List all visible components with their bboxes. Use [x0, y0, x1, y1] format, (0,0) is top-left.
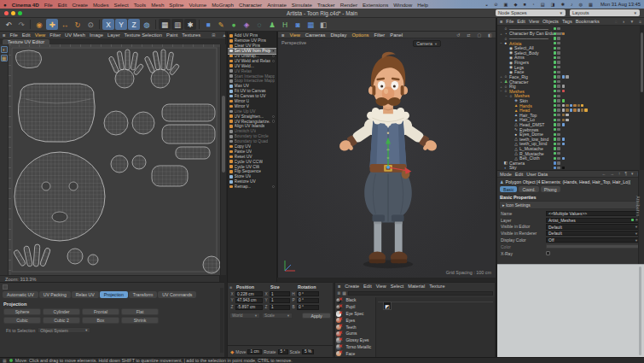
- menubar-status-icon[interactable]: ⊘: [494, 2, 497, 7]
- camera-dropdown[interactable]: Camera▼: [413, 40, 441, 47]
- om-menu-item[interactable]: Tags: [562, 19, 572, 24]
- last-tool-icon[interactable]: ⊙: [84, 19, 96, 30]
- attribute-dropdown[interactable]: Off▼: [546, 237, 641, 243]
- redo-icon[interactable]: ↷: [15, 19, 27, 30]
- tag-icon[interactable]: [562, 104, 565, 107]
- layer-color-chip[interactable]: [554, 71, 556, 73]
- viewport-corner-icon[interactable]: ↺: [456, 32, 460, 38]
- material-menu-item[interactable]: Select: [391, 284, 404, 289]
- viewport-menu-item[interactable]: Cameras: [305, 32, 326, 38]
- layer-color-chip[interactable]: [554, 138, 556, 140]
- axis-z-lock-icon[interactable]: Z: [128, 19, 140, 30]
- scale-tool-icon[interactable]: ↔: [59, 19, 71, 30]
- layer-color-chip[interactable]: [554, 32, 556, 35]
- options-dot-icon[interactable]: [272, 60, 275, 62]
- menubar-status-icon[interactable]: ◨: [551, 2, 555, 7]
- node-material-icon[interactable]: ◩: [383, 302, 392, 310]
- menubar-item[interactable]: Window: [393, 2, 412, 8]
- visibility-dot[interactable]: [557, 147, 560, 149]
- menubar-status-icon[interactable]: ◆: [513, 2, 517, 7]
- position-field[interactable]: 47.943 cm: [235, 298, 263, 303]
- mograph-icon[interactable]: ▦: [305, 19, 316, 30]
- subdivision-surface-icon[interactable]: ●: [228, 19, 240, 30]
- visibility-dot[interactable]: [557, 108, 560, 111]
- tag-icon[interactable]: [562, 32, 565, 35]
- am-corner-icon[interactable]: →: [610, 172, 614, 176]
- tag-icon[interactable]: [581, 104, 583, 107]
- layer-color-chip[interactable]: [554, 27, 556, 30]
- projection-button[interactable]: Shrink: [121, 317, 159, 324]
- tag-icon[interactable]: [562, 108, 565, 111]
- projection-button[interactable]: Sphere: [3, 308, 41, 315]
- layer-color-chip[interactable]: [554, 75, 556, 78]
- render-settings-icon[interactable]: ✱: [184, 19, 196, 30]
- tag-icon[interactable]: [562, 138, 565, 140]
- visibility-dot[interactable]: [557, 71, 560, 73]
- layer-color-chip[interactable]: [554, 128, 556, 131]
- tag-icon[interactable]: [581, 108, 583, 111]
- menubar-item[interactable]: Select: [114, 2, 129, 8]
- layer-color-chip[interactable]: [554, 167, 556, 169]
- volume-icon[interactable]: H: [279, 19, 291, 30]
- coordinate-system-icon[interactable]: ◍: [141, 19, 153, 30]
- visibility-dot[interactable]: [557, 161, 560, 164]
- icon-settings-group[interactable]: ▸ Icon Settings: [499, 201, 642, 209]
- tag-icon[interactable]: [562, 114, 565, 116]
- tag-icon[interactable]: [562, 85, 565, 87]
- uv-menu-item[interactable]: UV Mesh: [65, 32, 85, 38]
- am-corner-icon[interactable]: ↑: [618, 172, 620, 176]
- om-menu-item[interactable]: Bookmarks: [576, 19, 600, 24]
- projection-button[interactable]: Frontal: [82, 308, 119, 315]
- layer-color-chip[interactable]: [554, 85, 556, 87]
- visibility-dot[interactable]: [557, 157, 560, 160]
- rotation-field[interactable]: 0 °: [297, 291, 319, 296]
- titlebar-dropdown[interactable]: Node Spaces▼: [496, 9, 566, 16]
- material-menu-item[interactable]: Create: [345, 284, 359, 289]
- uv-menu-item[interactable]: Image: [90, 32, 103, 38]
- rotation-field[interactable]: 0 °: [297, 305, 319, 310]
- simulate-icon[interactable]: ◙: [292, 19, 304, 30]
- menubar-item[interactable]: Spline: [169, 2, 183, 8]
- menubar-item[interactable]: Cinema 4D: [12, 2, 39, 8]
- visibility-dot[interactable]: [557, 95, 560, 97]
- layer-color-chip[interactable]: [554, 161, 556, 164]
- render-picture-viewer-icon[interactable]: ▥: [171, 19, 183, 30]
- tag-icon[interactable]: [562, 119, 565, 121]
- position-field[interactable]: -5.897 cm: [235, 305, 263, 310]
- menubar-status-icon[interactable]: ◔: [532, 2, 535, 7]
- visibility-dot[interactable]: [557, 37, 560, 39]
- pen-spline-icon[interactable]: ✎: [215, 19, 227, 30]
- attribute-tab[interactable]: Coord.: [519, 186, 538, 192]
- om-corner-icon[interactable]: ◑: [623, 20, 625, 24]
- menubar-item[interactable]: MoGraph: [212, 2, 234, 8]
- apply-button[interactable]: Apply: [302, 313, 331, 319]
- layer-color-chip[interactable]: [554, 80, 556, 83]
- visibility-dot[interactable]: [557, 85, 560, 87]
- menubar-status-icon[interactable]: ◍: [579, 2, 583, 7]
- viewport-corner-icon[interactable]: ◧: [488, 32, 492, 38]
- om-menu-item[interactable]: View: [529, 19, 539, 24]
- viewport-corner-icon[interactable]: ⇄: [467, 32, 470, 38]
- projection-button[interactable]: Cylinder: [43, 308, 80, 315]
- rotation-field[interactable]: 0 °: [297, 298, 319, 303]
- om-corner-icon[interactable]: ▼: [629, 20, 634, 24]
- uv-menu-item[interactable]: Texture Selection: [125, 32, 162, 38]
- layer-color-chip[interactable]: [554, 66, 556, 68]
- visibility-dot[interactable]: [557, 99, 560, 102]
- tag-icon[interactable]: [562, 90, 565, 92]
- options-dot-icon[interactable]: [272, 50, 275, 52]
- om-menu-item[interactable]: File: [506, 19, 513, 24]
- size-field[interactable]: 1: [270, 305, 290, 310]
- tag-icon[interactable]: [570, 104, 572, 107]
- tag-icon[interactable]: [566, 114, 568, 116]
- options-dot-icon[interactable]: [272, 115, 275, 118]
- material-preview-area[interactable]: ◩: [375, 297, 495, 357]
- layer-color-chip[interactable]: [554, 147, 556, 149]
- layer-color-chip[interactable]: [554, 104, 556, 107]
- visibility-dot[interactable]: [557, 114, 560, 116]
- layer-color-chip[interactable]: [554, 108, 556, 111]
- visibility-dot[interactable]: [557, 167, 560, 169]
- tag-icon[interactable]: [566, 75, 568, 78]
- material-item[interactable]: ✕Face: [335, 350, 375, 357]
- attribute-dropdown[interactable]: Default▼: [546, 231, 641, 236]
